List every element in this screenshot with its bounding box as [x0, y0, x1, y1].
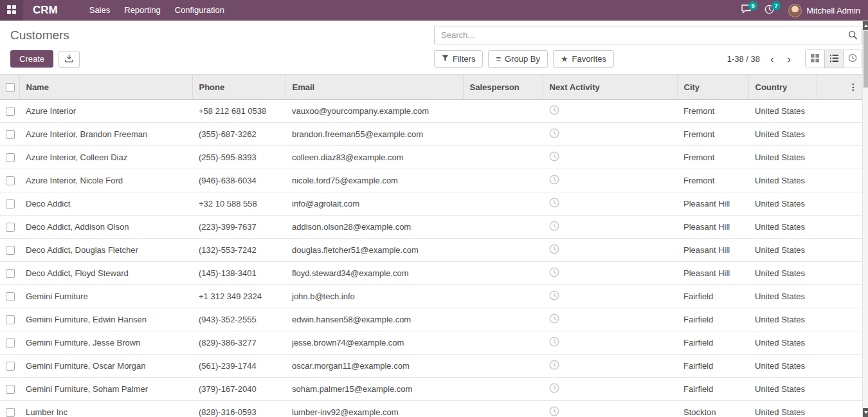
menu-configuration[interactable]: Configuration — [168, 0, 231, 21]
column-header-phone[interactable]: Phone — [192, 75, 285, 100]
row-checkbox[interactable] — [6, 153, 15, 162]
column-header-name[interactable]: Name — [19, 75, 192, 100]
column-header-email[interactable]: Email — [285, 75, 463, 100]
column-header-salesperson[interactable]: Salesperson — [463, 75, 543, 100]
next-activity-clock-icon[interactable] — [549, 128, 559, 140]
messages-button[interactable]: 5 — [734, 0, 757, 21]
cell-next-activity — [543, 169, 677, 192]
cell-salesperson — [463, 239, 543, 262]
menu-reporting[interactable]: Reporting — [117, 0, 167, 21]
favorites-button[interactable]: ★ Favorites — [553, 50, 614, 68]
customer-row[interactable]: Azure Interior +58 212 681 0538 vauxoo@y… — [0, 100, 862, 123]
activity-view-button[interactable] — [843, 50, 862, 68]
export-button[interactable] — [59, 51, 80, 68]
avatar — [788, 4, 802, 17]
cell-city: Fremont — [677, 123, 748, 146]
favorites-label: Favorites — [572, 54, 606, 64]
row-select-cell — [0, 169, 19, 192]
row-checkbox[interactable] — [6, 130, 15, 139]
row-checkbox[interactable] — [6, 292, 15, 301]
customer-row[interactable]: Gemini Furniture, Soham Palmer (379)-167… — [0, 378, 862, 401]
cell-filler — [817, 192, 862, 216]
scrollbar[interactable] — [862, 21, 868, 417]
next-activity-clock-icon[interactable] — [549, 406, 559, 417]
column-header-city[interactable]: City — [677, 75, 748, 100]
create-button[interactable]: Create — [10, 50, 53, 68]
row-checkbox[interactable] — [6, 223, 15, 232]
customer-row[interactable]: Gemini Furniture +1 312 349 2324 john.b@… — [0, 285, 862, 308]
next-activity-clock-icon[interactable] — [549, 151, 559, 163]
next-activity-clock-icon[interactable] — [549, 198, 559, 210]
customer-row[interactable]: Deco Addict, Douglas Fletcher (132)-553-… — [0, 239, 862, 262]
cell-email: lumber-inv92@example.com — [285, 401, 463, 417]
user-menu[interactable]: Mitchell Admin — [781, 0, 868, 21]
apps-menu-button[interactable] — [0, 0, 23, 21]
cell-phone: (943)-352-2555 — [192, 308, 285, 331]
next-activity-clock-icon[interactable] — [549, 105, 559, 117]
column-header-country[interactable]: Country — [748, 75, 817, 100]
user-name: Mitchell Admin — [806, 6, 860, 15]
cell-country: United States — [748, 285, 817, 308]
row-checkbox[interactable] — [6, 176, 15, 185]
next-activity-clock-icon[interactable] — [549, 383, 559, 395]
next-activity-clock-icon[interactable] — [549, 244, 559, 256]
customer-row[interactable]: Azure Interior, Nicole Ford (946)-638-60… — [0, 169, 862, 192]
cell-name: Azure Interior, Brandon Freeman — [19, 123, 192, 146]
row-checkbox[interactable] — [6, 199, 15, 208]
row-checkbox[interactable] — [6, 107, 15, 116]
group-by-icon: ≡ — [496, 54, 501, 64]
view-switcher — [805, 50, 862, 68]
next-activity-clock-icon[interactable] — [549, 337, 559, 349]
menu-sales[interactable]: Sales — [82, 0, 118, 21]
row-checkbox[interactable] — [6, 315, 15, 324]
scrollbar-thumb[interactable] — [863, 31, 868, 88]
cell-name: Gemini Furniture, Soham Palmer — [19, 378, 192, 401]
row-checkbox[interactable] — [6, 269, 15, 278]
cell-next-activity — [543, 285, 677, 308]
cell-name: Deco Addict, Douglas Fletcher — [19, 239, 192, 262]
next-activity-clock-icon[interactable] — [549, 313, 559, 326]
customer-row[interactable]: Gemini Furniture, Edwin Hansen (943)-352… — [0, 308, 862, 331]
pager-next-button[interactable]: › — [781, 53, 797, 65]
next-activity-clock-icon[interactable] — [549, 221, 559, 233]
next-activity-clock-icon[interactable] — [549, 267, 559, 279]
select-all-checkbox[interactable] — [6, 83, 15, 92]
scrollbar-down-arrow[interactable] — [863, 408, 868, 417]
cell-city: Pleasant Hill — [677, 262, 748, 285]
row-checkbox[interactable] — [6, 385, 15, 394]
scrollbar-up-arrow[interactable] — [863, 21, 868, 30]
row-checkbox[interactable] — [6, 408, 15, 417]
pager-previous-button[interactable]: ‹ — [764, 53, 781, 65]
cell-salesperson — [463, 216, 543, 239]
cell-next-activity — [543, 401, 677, 417]
cell-email: john.b@tech.info — [285, 285, 463, 308]
kanban-view-button[interactable] — [806, 50, 824, 68]
next-activity-clock-icon[interactable] — [549, 360, 559, 372]
row-checkbox[interactable] — [6, 362, 15, 371]
search-input[interactable] — [434, 26, 862, 44]
column-header-next-activity[interactable]: Next Activity — [543, 75, 677, 100]
cell-salesperson — [463, 192, 543, 216]
cell-email: brandon.freeman55@example.com — [285, 123, 463, 146]
cell-email: vauxoo@yourcompany.example.com — [285, 100, 463, 123]
customer-row[interactable]: Azure Interior, Colleen Diaz (255)-595-8… — [0, 146, 862, 169]
customer-row[interactable]: Gemini Furniture, Oscar Morgan (561)-239… — [0, 355, 862, 378]
optional-columns-toggle[interactable]: ⋮ — [817, 75, 862, 100]
next-activity-clock-icon[interactable] — [549, 174, 559, 187]
customer-row[interactable]: Lumber Inc (828)-316-0593 lumber-inv92@e… — [0, 401, 862, 417]
list-view-button[interactable] — [824, 50, 843, 68]
cell-name: Azure Interior, Colleen Diaz — [19, 146, 192, 169]
customer-row[interactable]: Gemini Furniture, Jesse Brown (829)-386-… — [0, 331, 862, 355]
row-checkbox[interactable] — [6, 338, 15, 348]
customer-row[interactable]: Azure Interior, Brandon Freeman (355)-68… — [0, 123, 862, 146]
group-by-button[interactable]: ≡ Group By — [488, 50, 548, 68]
customer-row[interactable]: Deco Addict, Addison Olson (223)-399-763… — [0, 216, 862, 239]
filters-button[interactable]: Filters — [434, 50, 483, 68]
next-activity-clock-icon[interactable] — [549, 290, 559, 302]
search-icon[interactable] — [848, 30, 858, 42]
customer-row[interactable]: Deco Addict, Floyd Steward (145)-138-340… — [0, 262, 862, 285]
activities-button[interactable]: 7 — [757, 0, 781, 21]
row-checkbox[interactable] — [6, 246, 15, 255]
customer-row[interactable]: Deco Addict +32 10 588 558 info@agrolait… — [0, 192, 862, 216]
cell-next-activity — [543, 100, 677, 123]
